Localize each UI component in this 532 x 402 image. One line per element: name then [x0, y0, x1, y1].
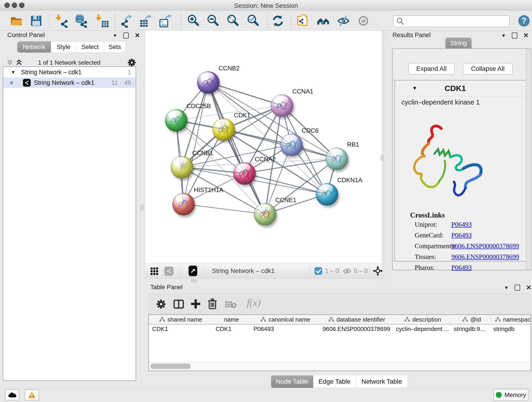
network-node-hist1h1a[interactable] — [172, 193, 195, 216]
table-cell[interactable]: CDK1 — [212, 325, 250, 333]
network-node-rb1[interactable] — [326, 148, 348, 170]
network-edge[interactable] — [223, 129, 336, 159]
tab-sets[interactable]: Sets — [104, 41, 126, 52]
copy-network-icon[interactable] — [296, 14, 310, 28]
float-panel-icon[interactable]: ▼ — [504, 285, 509, 290]
scrollbar-thumb[interactable] — [151, 364, 191, 369]
maximize-panel-icon[interactable] — [512, 32, 517, 38]
table-cell[interactable]: 9606.ENSP00000378699 — [319, 325, 393, 333]
warning-status-button[interactable] — [25, 389, 39, 400]
close-panel-icon[interactable]: ✕ — [135, 33, 140, 38]
network-node-cdc6[interactable] — [280, 134, 303, 156]
right-splitter-handle[interactable] — [380, 155, 384, 161]
column-header-description[interactable]: description — [394, 315, 452, 324]
create-column-plus-icon[interactable] — [190, 299, 201, 309]
table-row[interactable]: CDK1CDK1P064939606.ENSP00000378699cyclin… — [149, 325, 531, 333]
results-tab-string[interactable]: String — [445, 38, 472, 49]
show-columns-icon[interactable] — [173, 299, 184, 309]
hide-selected-eye-slash-icon[interactable] — [336, 14, 350, 28]
network-node-cdk1[interactable] — [212, 118, 235, 141]
zoom-fit-icon[interactable] — [226, 14, 240, 28]
results-scrollbar[interactable] — [526, 49, 529, 269]
tab-select[interactable]: Select — [76, 41, 104, 52]
horizontal-splitter-handle[interactable] — [191, 279, 196, 282]
column-header-id[interactable]: @id — [452, 315, 491, 324]
maximize-panel-icon[interactable] — [123, 32, 129, 38]
column-header-sharedname[interactable]: shared name — [149, 315, 213, 324]
close-panel-icon[interactable]: ✕ — [526, 285, 531, 290]
tab-node-table[interactable]: Node Table — [271, 375, 313, 388]
show-all-eye-icon[interactable] — [356, 14, 370, 28]
crosslink-link[interactable]: P06493 — [451, 231, 472, 239]
home-icon[interactable] — [317, 14, 330, 28]
expand-all-button[interactable]: Expand All — [408, 63, 455, 75]
tab-network[interactable]: Network — [17, 41, 51, 52]
delete-column-trash-icon[interactable] — [207, 298, 217, 310]
grid-view-icon[interactable] — [150, 267, 158, 275]
help-button[interactable]: ? — [518, 15, 530, 27]
table-horizontal-scrollbar[interactable] — [149, 362, 531, 370]
float-panel-icon[interactable]: ▼ — [501, 33, 506, 38]
table-cell[interactable]: CDK1 — [149, 325, 212, 333]
string-view-icon[interactable] — [164, 267, 173, 276]
network-node-ccnb1[interactable] — [171, 156, 193, 179]
table-settings-gear-icon[interactable] — [156, 299, 166, 309]
zoom-selected-icon[interactable] — [246, 14, 260, 28]
network-edge[interactable] — [183, 204, 265, 214]
network-node-cdc25b[interactable] — [165, 109, 187, 132]
network-node-ccnb2[interactable] — [197, 71, 220, 94]
import-network-file-icon[interactable] — [55, 14, 69, 28]
column-header-name[interactable]: name — [213, 315, 251, 324]
tab-edge-table[interactable]: Edge Table — [313, 375, 356, 388]
collection-expand-icon[interactable]: ▼ — [11, 70, 16, 75]
network-edge[interactable] — [208, 82, 265, 214]
refresh-view-icon[interactable] — [271, 14, 285, 28]
network-edge[interactable] — [208, 82, 282, 105]
crosslink-link[interactable]: P06493 — [451, 221, 472, 228]
collapse-all-button[interactable]: Collapse All — [463, 63, 513, 75]
maximize-panel-icon[interactable] — [515, 285, 520, 291]
left-splitter-handle[interactable] — [140, 204, 144, 211]
export-table-icon[interactable] — [139, 14, 153, 28]
node-entry-header[interactable]: ▼ CDK1 — [395, 80, 528, 96]
export-image-icon[interactable] — [159, 14, 173, 28]
zoom-out-icon[interactable] — [206, 14, 220, 28]
memory-button[interactable]: Memory — [494, 389, 528, 401]
tab-style[interactable]: Style — [51, 41, 76, 52]
entry-collapse-icon[interactable]: ▼ — [412, 85, 417, 91]
float-panel-icon[interactable]: ▼ — [113, 33, 117, 38]
network-edge[interactable] — [183, 82, 208, 204]
search-box[interactable] — [393, 15, 510, 27]
network-node-ccna1[interactable] — [271, 95, 293, 117]
table-cell[interactable]: stringdb:9... — [451, 325, 490, 333]
column-header-namespace[interactable]: namespace — [491, 315, 531, 324]
network-node-ccna2[interactable] — [233, 162, 256, 185]
network-options-gear-icon[interactable] — [127, 58, 136, 67]
network-node-ccne1[interactable] — [254, 203, 276, 225]
table-cell[interactable]: cyclin–dependent ... — [393, 325, 451, 333]
zoom-in-icon[interactable] — [186, 14, 200, 28]
search-input[interactable] — [405, 18, 509, 25]
column-header-databaseidentifier[interactable]: database identifier — [320, 315, 394, 324]
pan-crosshair-icon[interactable] — [373, 266, 383, 276]
save-session-icon[interactable] — [29, 14, 43, 28]
network-canvas[interactable]: CCNB2CCNA1CDC25BCDK1CDC6RB1CCNB1CCNA2CDK… — [145, 31, 382, 264]
hidden-eye-slash-icon[interactable] — [342, 267, 352, 275]
crosslink-link[interactable]: 9606.ENSP00000378699 — [451, 253, 519, 261]
export-network-icon[interactable] — [120, 14, 134, 28]
table-cell[interactable]: stringdb — [490, 325, 531, 333]
cloud-status-button[interactable] — [5, 389, 19, 400]
column-header-canonicalname[interactable]: canonical name — [251, 315, 320, 324]
open-session-icon[interactable] — [9, 14, 23, 28]
close-panel-icon[interactable]: ✕ — [523, 33, 529, 38]
crosslink-link[interactable]: 9606.ENSP00000378699 — [451, 242, 519, 250]
selected-checkbox-icon[interactable] — [315, 267, 322, 275]
table-cell[interactable]: P06493 — [250, 325, 319, 333]
crosslink-link[interactable]: P06493 — [451, 264, 472, 271]
import-table-file-icon[interactable] — [95, 14, 109, 28]
tab-network-table[interactable]: Network Table — [356, 375, 408, 388]
network-row[interactable]: String Network – cdk1 11 48 — [3, 77, 136, 88]
birds-eye-view-icon[interactable] — [189, 266, 197, 276]
network-collection-row[interactable]: ▼ String Network – cdk1 1 — [3, 67, 136, 77]
network-node-cdkn1a[interactable] — [316, 183, 338, 206]
